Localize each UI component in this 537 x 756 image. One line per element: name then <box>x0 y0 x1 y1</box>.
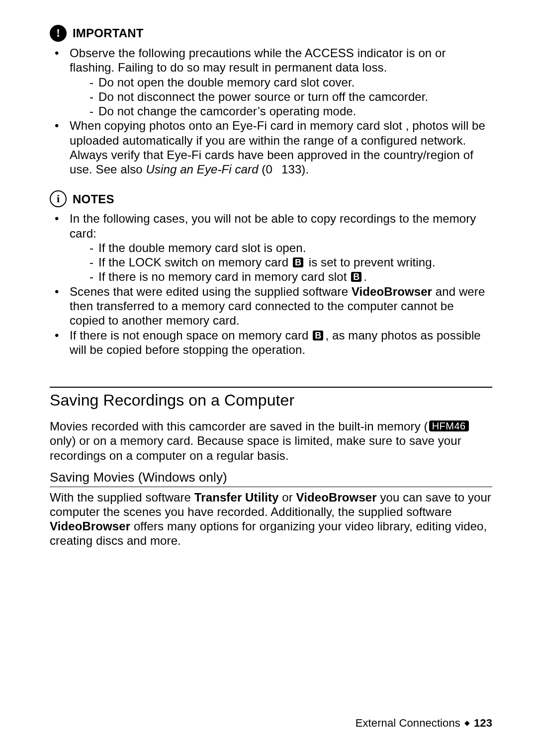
subheading-rule <box>50 487 492 487</box>
subline-pre: If the LOCK switch on memory card <box>98 255 292 269</box>
footer-chapter: External Connections <box>356 717 460 730</box>
important-bullet-1: Observe the following precautions while … <box>50 46 492 118</box>
notes-subline: If the LOCK switch on memory card B is s… <box>70 255 492 269</box>
section-title: Saving Recordings on a Computer <box>50 391 492 410</box>
section-divider <box>50 387 492 388</box>
card-b-badge: B <box>313 331 323 340</box>
eye-fi-ref: Using an Eye-Fi card <box>146 163 259 176</box>
subheading-saving-movies: Saving Movies (Windows only) <box>50 470 492 486</box>
section-intro: Movies recorded with this camcorder are … <box>50 419 492 463</box>
notes-subline: If the double memory card slot is open. <box>70 241 492 255</box>
notes-icon: i <box>50 190 67 207</box>
intro-pre: Movies recorded with this camcorder are … <box>50 420 428 433</box>
bullet-text: Observe the following precautions while … <box>70 46 446 74</box>
manual-ref-icon: 0 <box>266 162 274 176</box>
bold-videobrowser: VideoBrowser <box>296 491 377 504</box>
bullet-pre: If there is not enough space on memory c… <box>70 329 312 342</box>
notes-subline: If there is no memory card in memory car… <box>70 269 492 284</box>
footer-diamond-icon: ◆ <box>464 719 470 727</box>
ref-open: ( <box>259 163 266 176</box>
important-header: ! IMPORTANT <box>50 25 492 42</box>
card-b-badge: B <box>351 272 361 282</box>
important-subline: Do not disconnect the power source or tu… <box>70 89 492 104</box>
footer-page-number: 123 <box>474 717 492 730</box>
subline-post: is set to prevent writing. <box>305 255 435 269</box>
important-label: IMPORTANT <box>73 26 144 40</box>
bullet-pre: Scenes that were edited using the suppli… <box>70 285 352 298</box>
important-subline: Do not change the camcorder’s operating … <box>70 104 492 118</box>
manual-page: ! IMPORTANT Observe the following precau… <box>0 0 537 756</box>
page-footer: External Connections ◆ 123 <box>356 717 492 730</box>
notes-list: In the following cases, you will not be … <box>50 211 492 357</box>
bold-videobrowser: VideoBrowser <box>50 519 130 533</box>
subline-post: . <box>363 270 367 283</box>
notes-bullet-1: In the following cases, you will not be … <box>50 211 492 284</box>
body-mid1: or <box>279 491 296 504</box>
bold-videobrowser: VideoBrowser <box>352 285 432 298</box>
notes-bullet-3: If there is not enough space on memory c… <box>50 328 492 357</box>
notes-header: i NOTES <box>50 190 492 207</box>
model-badge: HFM46 <box>429 420 469 431</box>
subline-pre: If there is no memory card in memory car… <box>98 270 350 283</box>
ref-close: ). <box>301 163 309 176</box>
bold-transfer-utility: Transfer Utility <box>194 491 279 504</box>
notes-bullet-2: Scenes that were edited using the suppli… <box>50 284 492 328</box>
body-pre: With the supplied software <box>50 491 194 504</box>
important-list: Observe the following precautions while … <box>50 46 492 176</box>
important-subline: Do not open the double memory card slot … <box>70 75 492 89</box>
important-bullet-2: When copying photos onto an Eye-Fi card … <box>50 118 492 176</box>
intro-post: only) or on a memory card. Because space… <box>50 434 461 462</box>
notes-label: NOTES <box>73 192 114 206</box>
ref-page: 133 <box>281 163 301 176</box>
card-b-badge: B <box>293 257 303 267</box>
important-icon: ! <box>50 25 67 42</box>
bullet-text: In the following cases, you will not be … <box>70 212 476 240</box>
section-body: With the supplied software Transfer Util… <box>50 490 492 548</box>
bullet-text-pre: When copying photos onto an Eye-Fi card … <box>70 119 406 132</box>
